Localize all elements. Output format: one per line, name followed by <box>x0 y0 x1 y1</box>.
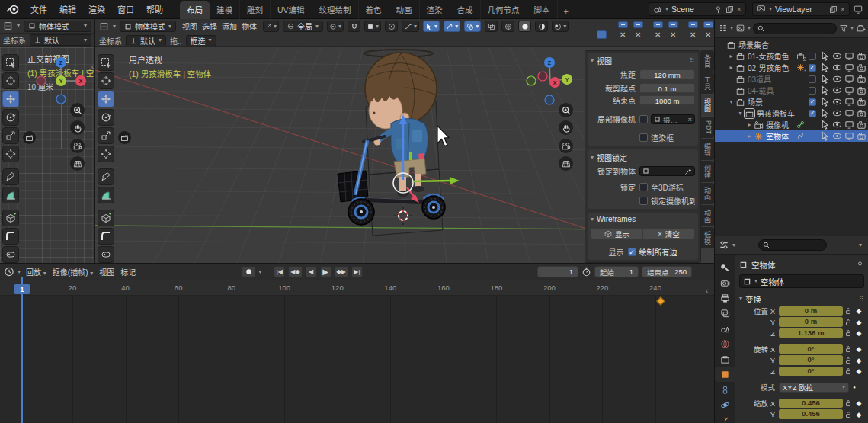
properties-tab-object[interactable] <box>715 367 735 382</box>
monitor-icon[interactable] <box>844 131 854 141</box>
editor-type-icon[interactable] <box>99 22 109 31</box>
workspace-tab[interactable]: 脚本 <box>527 1 558 19</box>
shading-solid-toggle[interactable] <box>518 21 531 32</box>
properties-tab-output[interactable] <box>715 291 735 306</box>
keyframe-diamond-icon[interactable]: ◆ <box>854 411 864 418</box>
navigation-gizmo[interactable]: Z X Y <box>30 50 93 109</box>
workspace-tab[interactable]: 动画 <box>389 1 420 19</box>
add-workspace-button[interactable]: + <box>558 4 575 19</box>
render-camera-icon[interactable] <box>857 108 866 118</box>
properties-tab-render[interactable] <box>715 276 735 290</box>
keyframe-diamond-icon[interactable]: ◆ <box>854 399 864 407</box>
render-camera-icon[interactable] <box>857 97 866 107</box>
keyframe-diamond-icon[interactable]: ◆ <box>854 367 864 375</box>
expand-icon[interactable]: ▸ <box>727 53 735 59</box>
add-cube-tool-button[interactable] <box>2 210 19 226</box>
scale-tool-button[interactable] <box>98 127 114 144</box>
box-select-tool-button[interactable] <box>98 54 114 71</box>
chevron-down-icon[interactable]: ▾ <box>258 269 261 275</box>
viewport-menu-添加[interactable]: 添加 <box>219 21 239 32</box>
zoom-icon[interactable] <box>70 103 85 117</box>
chevron-down-icon[interactable]: ▾ <box>859 242 862 248</box>
cursor-icon[interactable] <box>820 108 830 118</box>
playhead-frame-chip[interactable]: 1 <box>14 284 30 294</box>
monitor-icon[interactable] <box>844 74 854 84</box>
wireframe-clear-button[interactable]: × 清空 <box>643 228 695 239</box>
workspace-tab[interactable]: 建模 <box>210 1 240 19</box>
stopwatch-icon[interactable] <box>581 267 591 277</box>
select-visible-dropdown[interactable]: ▾ <box>423 21 440 32</box>
exclude-checkbox[interactable] <box>809 75 816 83</box>
workspace-tab[interactable]: 雕刻 <box>240 1 271 19</box>
mode-dropdown[interactable]: 物体模式 ▾ <box>24 21 91 32</box>
properties-tab-scene[interactable] <box>715 322 735 336</box>
properties-tab-collection[interactable] <box>715 352 735 367</box>
orientation-dropdown[interactable]: 默认 ▾ <box>30 34 91 46</box>
chevron-down-icon[interactable]: ▾ <box>113 24 116 30</box>
lock-open-icon[interactable] <box>844 357 852 364</box>
overlays-dropdown[interactable]: ▾ <box>464 21 481 32</box>
prev-keyframe-button[interactable]: ◀◆ <box>288 266 302 277</box>
transform-tool-button[interactable] <box>2 146 19 162</box>
pan-hand-icon[interactable] <box>559 120 573 135</box>
object-name-field[interactable]: ▾ 空物体 <box>739 274 864 288</box>
corner-tool-button[interactable] <box>2 228 19 245</box>
display-icon[interactable] <box>853 5 863 14</box>
center-viewport-canvas[interactable]: 用户透视 (1) 男孩滑板车 | 空物体 Z Y X ▾视图⠿ 焦 <box>95 47 714 263</box>
focal-length-field[interactable]: 120 mm <box>639 69 695 79</box>
cursor-icon[interactable] <box>820 85 830 95</box>
move-tool-button[interactable] <box>98 91 114 107</box>
orientation-dropdown[interactable]: 默认 ▾ <box>126 35 166 46</box>
outliner-row[interactable]: ▸01-女孩角色2 <box>715 50 868 62</box>
timeline-tracks[interactable] <box>0 296 714 423</box>
addon-close-icon[interactable]: ✕ <box>670 31 676 39</box>
scene-selector[interactable]: ▾ Scene × <box>649 2 746 16</box>
collapse-icon[interactable]: ▾ <box>591 155 594 161</box>
snap-magnet-icon[interactable] <box>348 21 360 32</box>
transform-value-field[interactable]: 0° <box>779 344 843 354</box>
chevron-down-icon[interactable]: ▾ <box>850 25 854 31</box>
close-icon[interactable]: × <box>841 5 845 14</box>
outliner-row[interactable]: ▸摄像机 <box>715 119 868 130</box>
cursor-tool-button[interactable] <box>2 72 19 89</box>
menu-文件[interactable]: 文件 <box>24 1 53 18</box>
transform-value-field[interactable]: 1.136 m <box>779 328 843 338</box>
eye-icon[interactable] <box>832 108 842 118</box>
play-button[interactable]: ▶ <box>320 266 332 277</box>
outliner-search-input[interactable] <box>753 23 837 34</box>
exclude-checkbox[interactable] <box>809 87 816 95</box>
keyframe-diamond-icon[interactable]: ◆ <box>854 345 864 353</box>
pivot-point-dropdown[interactable]: ▾ <box>327 21 344 32</box>
shading-rendered-toggle[interactable]: ▾ <box>552 21 569 32</box>
zoom-icon[interactable] <box>559 103 573 117</box>
duplicate-icon[interactable] <box>829 5 838 14</box>
exclude-checkbox[interactable]: ✓ <box>809 98 816 106</box>
camera-view-icon[interactable] <box>70 139 85 153</box>
sidebar-tab-PDT[interactable]: PDT <box>701 117 714 138</box>
draw-all-edges-checkbox[interactable]: ✓ <box>628 248 636 256</box>
addon-toggle-chip[interactable] <box>703 21 713 28</box>
pin-icon[interactable] <box>856 261 864 269</box>
eye-icon[interactable] <box>832 74 842 84</box>
clip-end-field[interactable]: 1000 m <box>639 95 695 105</box>
viewport-menu-物体[interactable]: 物体 <box>239 21 259 32</box>
duplicate-icon[interactable] <box>725 5 734 14</box>
lock-to-object-field[interactable] <box>639 166 695 176</box>
lock-open-icon[interactable] <box>844 319 852 326</box>
viewlayer-selector[interactable]: ▾ ViewLayer × <box>752 2 850 16</box>
viewport-menu-选择[interactable]: 选择 <box>200 21 219 32</box>
navigation-gizmo[interactable]: Z Y X <box>518 50 587 109</box>
mode-dropdown[interactable]: 物体模式 ▾ <box>120 21 176 32</box>
panel-toggle-icon[interactable]: ‹ <box>706 287 708 295</box>
addon-toggle-chip[interactable] <box>618 21 628 28</box>
properties-tab-tool[interactable] <box>715 261 735 275</box>
rotation-mode-dropdown[interactable]: XYZ 欧拉▾ <box>779 383 849 393</box>
transform-value-field[interactable]: 0° <box>779 367 843 377</box>
keyframe-diamond-icon[interactable]: ◆ <box>854 307 864 315</box>
corner-tool-button[interactable] <box>98 228 114 245</box>
lock-open-icon[interactable] <box>844 345 852 353</box>
wireframe-show-button[interactable]: 显示 <box>591 228 643 239</box>
render-camera-icon[interactable] <box>857 62 866 72</box>
extra-tool-button[interactable] <box>2 246 19 263</box>
properties-editor-icon[interactable] <box>719 240 729 250</box>
